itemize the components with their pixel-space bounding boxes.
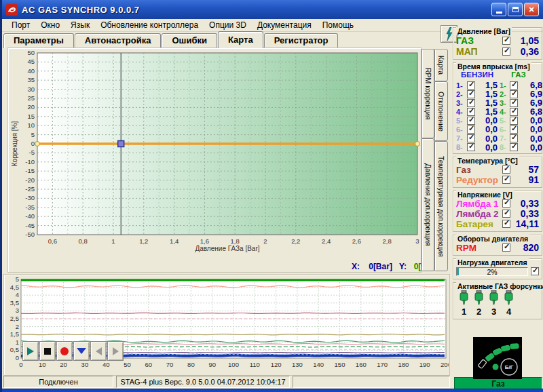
title-bar[interactable]: AC GAS SYNCHRO 9.0.0.7 ✕ [2, 0, 543, 19]
menu-item-port[interactable]: Порт [6, 20, 35, 31]
injection-row: 3-1,5 3-6,9 [456, 98, 539, 106]
rpm-label: RPM [456, 243, 502, 253]
vtab-pressure-extra-correction[interactable]: Давления доп.коррекция [422, 138, 434, 271]
tab-recorder[interactable]: Регистратор [264, 33, 339, 48]
gas-column-header: ГАЗ [498, 71, 539, 80]
menu-item-documentation[interactable]: Документация [252, 20, 317, 31]
reducer-temperature-checkbox[interactable] [502, 176, 510, 184]
tab-map[interactable]: Карта [218, 31, 263, 48]
gas-temperature-label: Газ [456, 165, 502, 175]
petrol-injection-time: 0,0 [476, 142, 498, 153]
svg-text:Давление ГАЗа [Bar]: Давление ГАЗа [Bar] [195, 245, 259, 252]
vtab-temperature-extra-correction[interactable]: Температурная доп.коррекция [434, 141, 448, 271]
menu-item-language[interactable]: Язык [65, 20, 95, 31]
readout-x-value: 0[Bar] [360, 262, 392, 271]
svg-text:50: 50 [27, 50, 35, 56]
injector-icon [489, 290, 499, 305]
gas-row-number: 2- [498, 90, 510, 98]
gas-row-number: 1- [498, 81, 510, 90]
menu-item-window[interactable]: Окно [35, 20, 65, 31]
vtab-rpm-correction[interactable]: RPM коррекция [422, 49, 434, 138]
engine-load-bar: 2% [456, 267, 528, 276]
lambda1-checkbox[interactable] [502, 199, 510, 208]
record-button[interactable] [56, 341, 73, 361]
lambda2-value: 0,33 [510, 208, 539, 219]
rpm-checkbox[interactable] [502, 243, 510, 252]
step-back-button[interactable] [90, 341, 107, 361]
gas-row-checkbox[interactable] [510, 143, 518, 151]
lambda2-checkbox[interactable] [502, 210, 510, 218]
step-forward-button[interactable] [107, 341, 124, 361]
temperature-group: Температура [°C] Газ 57 Редуктор 91 [453, 157, 542, 188]
gas-injection-time: 0,0 [519, 142, 542, 153]
map-correction-chart[interactable]: -50-45-40-35-30-25-20-15-10-505101520253… [10, 50, 422, 252]
svg-text:70: 70 [166, 361, 174, 368]
minimize-icon [496, 12, 502, 14]
stop-button[interactable] [39, 341, 56, 361]
main-tabs: Параметры Автонастройка Ошибки Карта Рег… [3, 32, 339, 48]
tab-autotuning[interactable]: Автонастройка [75, 33, 162, 48]
status-spacer [293, 376, 450, 388]
tab-errors[interactable]: Ошибки [162, 33, 217, 48]
gas-row-number: 6- [498, 125, 510, 134]
petrol-row-checkbox[interactable] [467, 143, 475, 151]
fuel-level-indicator[interactable]: Б/Г [473, 337, 522, 379]
triangle-right-icon [113, 347, 119, 355]
status-bar: Подключен STAG-4 plus Верс. 9.0 5.0.0 04… [2, 375, 451, 389]
battery-value: 14,11 [510, 218, 539, 229]
svg-text:-10: -10 [25, 158, 35, 165]
close-button[interactable]: ✕ [524, 3, 539, 16]
temperature-group-title: Температура [°C] [456, 157, 519, 165]
map-pressure-checkbox[interactable] [502, 47, 510, 56]
injector-number: 1 [459, 307, 469, 317]
gas-pressure-checkbox[interactable] [502, 37, 510, 45]
injector-icons-row [456, 290, 539, 307]
petrol-row-number: 4- [456, 108, 467, 116]
injection-row: 7-0,0 7-0,0 [456, 134, 539, 142]
restore-icon [512, 7, 519, 12]
battery-checkbox[interactable] [502, 220, 510, 228]
svg-text:170: 170 [377, 361, 388, 368]
taskbar-strip [2, 389, 543, 392]
vtab-map[interactable]: Карта [434, 49, 448, 81]
injection-time-group: Время впрыска [ms] БЕНЗИН ГАЗ 1-1,5 1-6,… [453, 62, 542, 154]
svg-text:4: 4 [16, 291, 19, 298]
active-injectors-group: Активные ГАЗ форсунки 1 2 3 4 [453, 282, 542, 319]
gas-row-number: 5- [498, 117, 510, 125]
svg-text:1,4: 1,4 [170, 237, 179, 245]
gas-pressure-label: ГАЗ [456, 35, 502, 46]
svg-text:20: 20 [27, 103, 35, 111]
svg-text:1,5: 1,5 [10, 330, 19, 338]
play-button[interactable] [22, 341, 39, 361]
injector-number: 3 [489, 307, 499, 317]
vtab-deviation[interactable]: Отклонение [434, 81, 448, 141]
fuel-switch-button: Б/Г [501, 359, 517, 375]
svg-text:35: 35 [27, 76, 35, 83]
injection-row: 4-1,5 4-6,8 [456, 106, 539, 115]
svg-text:140: 140 [313, 361, 324, 368]
injection-group-title: Время впрыска [ms] [456, 62, 531, 71]
restore-button[interactable] [508, 3, 523, 16]
menu-item-options-3d[interactable]: Опции 3D [204, 20, 252, 31]
svg-text:25: 25 [27, 94, 35, 102]
svg-text:-30: -30 [25, 194, 35, 201]
gas-temperature-checkbox[interactable] [502, 165, 510, 174]
injector-icon [474, 290, 484, 305]
svg-text:2,6: 2,6 [352, 237, 361, 245]
engine-load-checkbox[interactable] [531, 267, 539, 275]
tab-parameters[interactable]: Параметры [3, 33, 74, 48]
jump-end-button[interactable] [73, 341, 90, 361]
svg-text:2,5: 2,5 [10, 315, 19, 322]
engine-load-group: Нагрузка двигателя 2% [453, 258, 542, 279]
rpm-value: 820 [510, 242, 539, 253]
menu-item-help[interactable]: Помощь [317, 20, 359, 31]
menu-item-controller-update[interactable]: Обновление контроллера [95, 20, 204, 31]
svg-text:1: 1 [16, 338, 19, 346]
injector-number: 4 [504, 307, 514, 317]
svg-text:10: 10 [39, 361, 46, 368]
device-info: STAG-4 plus Верс. 9.0 5.0.0 04.07.2012 1… [116, 376, 290, 388]
svg-text:180: 180 [398, 361, 409, 368]
minimize-button[interactable] [491, 3, 506, 16]
svg-text:4,5: 4,5 [10, 283, 19, 291]
battery-label: Батарея [456, 219, 502, 229]
